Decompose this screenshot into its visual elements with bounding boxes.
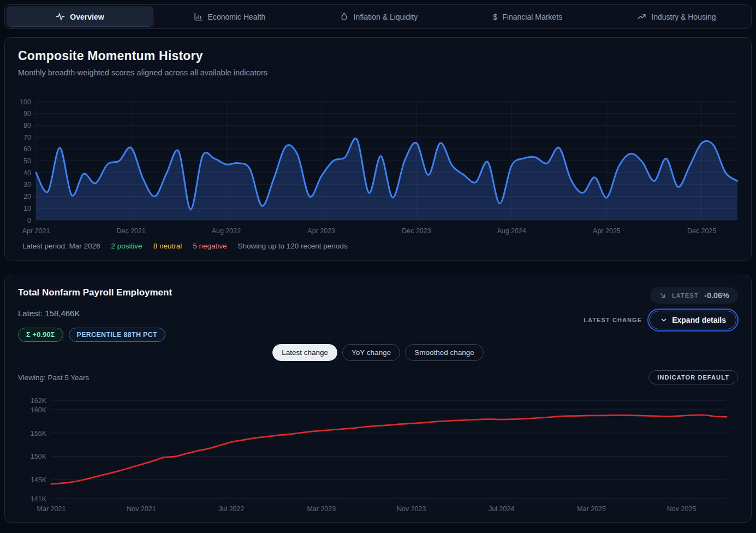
svg-text:162K: 162K (31, 397, 47, 405)
positive-count: 2 positive (111, 242, 142, 250)
neutral-count: 8 neutral (153, 242, 182, 250)
payroll-chart: 141K145K150K155K160K162KMar 2021Nov 2021… (18, 392, 739, 514)
svg-text:Nov 2021: Nov 2021 (127, 505, 156, 513)
svg-text:80: 80 (23, 122, 31, 129)
sigma-badge: Σ +0.90Σ (18, 328, 63, 342)
payroll-card-title: Total Nonfarm Payroll Employment (18, 287, 172, 298)
svg-text:Aug 2022: Aug 2022 (212, 227, 241, 235)
svg-text:Apr 2025: Apr 2025 (593, 227, 621, 235)
svg-text:145K: 145K (31, 476, 47, 484)
svg-text:Aug 2024: Aug 2024 (497, 227, 526, 235)
tab-label: Overview (70, 13, 104, 21)
tab-label: Inflation & Liquidity (354, 13, 418, 21)
svg-text:Apr 2023: Apr 2023 (307, 227, 335, 235)
chevron-down-icon (660, 316, 668, 324)
toggle-latest-change[interactable]: Latest change (272, 344, 337, 361)
momentum-card-title: Composite Momentum History (18, 49, 751, 63)
main-tab-bar: Overview Economic Health Inflation & Liq… (4, 4, 752, 29)
svg-text:90: 90 (23, 110, 31, 117)
expand-details-label: Expand details (672, 316, 726, 324)
svg-text:50: 50 (23, 157, 31, 165)
tab-economic-health[interactable]: Economic Health (157, 7, 302, 27)
latest-period-text: Latest period: Mar 2026 (22, 242, 100, 250)
negative-count: 5 negative (193, 242, 227, 250)
latest-change-label: LATEST CHANGE (584, 317, 642, 323)
svg-text:Mar 2025: Mar 2025 (577, 505, 606, 513)
tab-overview[interactable]: Overview (7, 7, 153, 27)
momentum-card-subtitle: Monthly breadth-weighted scores aligned … (18, 68, 751, 77)
latest-pill-label: LATEST (672, 292, 699, 299)
payroll-card: Total Nonfarm Payroll Employment Latest:… (4, 275, 752, 523)
svg-text:Mar 2021: Mar 2021 (37, 505, 66, 513)
momentum-chart: 0102030405060708090100Apr 2021Dec 2021Au… (5, 88, 752, 236)
bar-chart-icon (194, 12, 203, 21)
svg-text:160K: 160K (31, 406, 47, 414)
svg-text:Dec 2023: Dec 2023 (402, 227, 431, 235)
toggle-yoy-change[interactable]: YoY change (342, 344, 400, 361)
percentile-badge: PERCENTILE 88TH PCT (69, 328, 165, 342)
svg-text:Mar 2023: Mar 2023 (307, 505, 336, 513)
payroll-header-left: Total Nonfarm Payroll Employment Latest:… (18, 287, 172, 342)
svg-text:0: 0 (27, 217, 31, 224)
toggle-smoothed-change[interactable]: Smoothed change (405, 344, 484, 361)
expand-details-button[interactable]: Expand details (650, 311, 736, 329)
momentum-chart-footer: Latest period: Mar 2026 2 positive 8 neu… (22, 242, 738, 250)
tab-label: Industry & Housing (651, 13, 716, 21)
trending-up-icon (637, 12, 646, 21)
svg-text:60: 60 (23, 145, 31, 153)
change-mode-toggle-group: Latest change YoY change Smoothed change (18, 344, 738, 361)
svg-text:100: 100 (20, 98, 31, 106)
dollar-icon: $ (493, 13, 497, 21)
svg-text:Dec 2021: Dec 2021 (116, 227, 146, 235)
indicator-default-button[interactable]: INDICATOR DEFAULT (648, 370, 738, 384)
svg-text:30: 30 (23, 181, 31, 188)
droplet-icon (340, 12, 349, 21)
tab-inflation-liquidity[interactable]: Inflation & Liquidity (306, 7, 451, 27)
latest-pill-value: -0.06% (704, 291, 729, 300)
svg-text:155K: 155K (31, 430, 47, 437)
svg-text:10: 10 (23, 205, 31, 212)
tab-industry-housing[interactable]: Industry & Housing (604, 7, 749, 27)
svg-text:70: 70 (23, 134, 31, 141)
payroll-latest-value: Latest: 158,466K (18, 309, 172, 318)
latest-change-pill: LATEST -0.06% (650, 287, 738, 304)
momentum-card: Composite Momentum History Monthly bread… (4, 37, 752, 260)
viewing-range-label: Viewing: Past 5 Years (18, 374, 89, 382)
svg-text:Nov 2025: Nov 2025 (667, 505, 697, 513)
tab-label: Financial Markets (502, 13, 562, 21)
activity-icon (56, 12, 65, 21)
svg-text:Nov 2023: Nov 2023 (397, 505, 426, 513)
svg-text:20: 20 (23, 193, 31, 200)
periods-note: Showing up to 120 recent periods (238, 242, 348, 250)
svg-text:141K: 141K (31, 495, 47, 503)
svg-text:Jul 2022: Jul 2022 (218, 505, 244, 513)
arrow-down-right-icon (659, 292, 666, 299)
svg-text:150K: 150K (31, 453, 47, 460)
svg-text:40: 40 (23, 169, 31, 177)
tab-financial-markets[interactable]: $ Financial Markets (455, 7, 600, 27)
svg-text:Apr 2021: Apr 2021 (22, 227, 50, 235)
svg-text:Jul 2024: Jul 2024 (489, 505, 514, 513)
tab-label: Economic Health (208, 13, 266, 21)
svg-text:Dec 2025: Dec 2025 (687, 227, 717, 235)
